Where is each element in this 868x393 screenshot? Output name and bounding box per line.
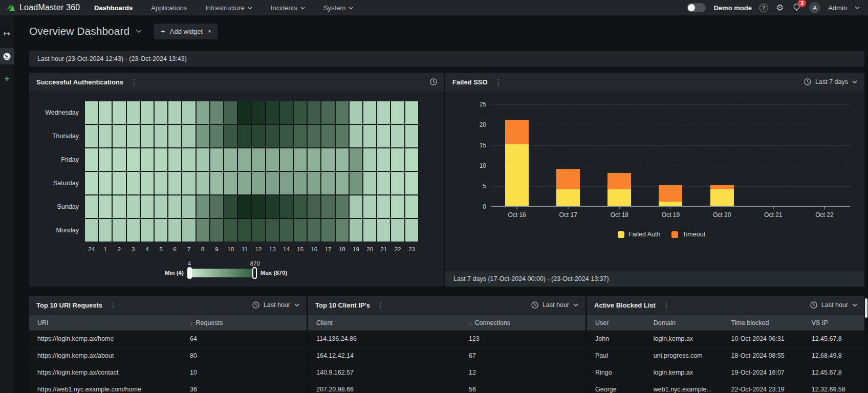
vertical-scrollbar-thumb[interactable] [865, 298, 867, 318]
heatmap-cell[interactable] [377, 219, 390, 242]
heatmap-cell[interactable] [210, 219, 224, 242]
heatmap-cell[interactable] [390, 148, 404, 171]
heatmap-cell[interactable] [266, 195, 279, 219]
heatmap-cell[interactable] [377, 124, 390, 148]
kebab-menu-icon[interactable]: ⋮ [495, 78, 502, 85]
heatmap-cell[interactable] [126, 195, 140, 219]
heatmap-cell[interactable] [182, 195, 196, 219]
slider-track[interactable] [189, 269, 255, 277]
heatmap-cell[interactable] [349, 124, 363, 148]
bar-segment-timeout[interactable] [659, 185, 682, 202]
heatmap-cell[interactable] [237, 124, 251, 148]
bar-segment-failed-auth[interactable] [556, 189, 580, 206]
heatmap-cell[interactable] [363, 171, 377, 195]
table-row[interactable]: https://login.kemp.ax/home64 [29, 330, 307, 347]
column-header-client[interactable]: Client [308, 319, 461, 326]
heatmap-cell[interactable] [321, 124, 335, 148]
heatmap-cell[interactable] [335, 219, 349, 242]
table-row[interactable]: Georgeweb1.nyc.example...22-Oct-2024 23:… [587, 381, 864, 393]
heatmap-cell[interactable] [321, 171, 335, 195]
heatmap-cell[interactable] [321, 101, 335, 124]
add-widget-button[interactable]: + Add widget ▾ [154, 24, 218, 39]
heatmap-cell[interactable] [349, 148, 363, 171]
table-row[interactable]: Pauluni.progress.com18-Oct-2024 08:5512.… [587, 347, 864, 364]
heatmap-cell[interactable] [321, 148, 335, 171]
heatmap-cell[interactable] [237, 219, 251, 242]
heatmap-cell[interactable] [126, 148, 140, 171]
heatmap-cell[interactable] [210, 148, 224, 171]
table-row[interactable]: 114.136.24.86123 [308, 330, 585, 347]
nav-item-applications[interactable]: Applications [151, 4, 187, 12]
widget-range-selector[interactable]: Last 7 days [804, 78, 857, 85]
heatmap-cell[interactable] [377, 148, 390, 171]
heatmap-cell[interactable] [112, 195, 126, 219]
chevron-down-icon[interactable] [855, 6, 860, 10]
heatmap-cell[interactable] [196, 148, 210, 171]
table-row[interactable]: https://login.kemp.ax/contact10 [29, 364, 307, 381]
slider-handle-min[interactable] [187, 267, 192, 279]
column-header-requests[interactable]: ↓Requests [182, 319, 307, 326]
table-row[interactable]: Ringologin.kemp.ax19-Oct-2024 16:0712.45… [587, 364, 864, 381]
heatmap-cell[interactable] [196, 195, 210, 219]
heatmap-cell[interactable] [182, 124, 196, 148]
slider-handle-max[interactable] [252, 267, 257, 279]
heatmap-cell[interactable] [307, 101, 321, 124]
heatmap-cell[interactable] [182, 101, 196, 124]
heatmap-cell[interactable] [293, 219, 307, 242]
demo-mode-toggle[interactable] [687, 3, 706, 12]
bar-segment-timeout[interactable] [607, 173, 631, 189]
heatmap-cell[interactable] [140, 171, 154, 195]
heatmap-cell[interactable] [224, 171, 237, 195]
heatmap-cell[interactable] [196, 219, 210, 242]
heatmap-cell[interactable] [224, 101, 237, 124]
heatmap-cell[interactable] [168, 124, 182, 148]
heatmap-cell[interactable] [98, 101, 112, 124]
heatmap-cell[interactable] [335, 195, 349, 219]
heatmap-cell[interactable] [84, 148, 98, 171]
heatmap-cell[interactable] [84, 195, 98, 219]
table-row[interactable]: 140.9.162.5712 [308, 364, 585, 381]
bar-segment-timeout[interactable] [556, 169, 580, 189]
heatmap-cell[interactable] [237, 101, 251, 124]
heatmap-cell[interactable] [154, 148, 168, 171]
bar-segment-timeout[interactable] [710, 185, 734, 189]
heatmap-cell[interactable] [98, 195, 112, 219]
heatmap-cell[interactable] [307, 219, 321, 242]
heatmap-cell[interactable] [210, 124, 224, 148]
heatmap-cell[interactable] [98, 171, 112, 195]
heatmap-cell[interactable] [237, 195, 251, 219]
brand[interactable]: LoadMaster 360 [6, 3, 87, 12]
heatmap-cell[interactable] [279, 219, 293, 242]
heatmap-cell[interactable] [266, 148, 279, 171]
heatmap-cell[interactable] [112, 101, 126, 124]
heatmap-cell[interactable] [168, 219, 182, 242]
heatmap-cell[interactable] [112, 171, 126, 195]
heatmap-cell[interactable] [224, 148, 237, 171]
heatmap-cell[interactable] [307, 148, 321, 171]
heatmap-cell[interactable] [182, 171, 196, 195]
heatmap-cell[interactable] [182, 219, 196, 242]
heatmap-cell[interactable] [377, 101, 390, 124]
heatmap-cell[interactable] [196, 124, 210, 148]
heatmap-cell[interactable] [182, 148, 196, 171]
column-header-user[interactable]: User [587, 319, 645, 326]
heatmap-cell[interactable] [266, 101, 279, 124]
heatmap-cell[interactable] [405, 219, 419, 242]
nav-item-incidents[interactable]: Incidents [271, 4, 305, 12]
heatmap-cell[interactable] [405, 171, 419, 195]
kebab-menu-icon[interactable]: ⋮ [110, 301, 117, 309]
heatmap-cell[interactable] [224, 195, 237, 219]
heatmap-cell[interactable] [126, 219, 140, 242]
kebab-menu-icon[interactable]: ⋮ [377, 301, 384, 309]
table-row[interactable]: Johnlogin.kemp.ax10-Oct-2024 06:3112.45.… [587, 330, 864, 347]
nav-item-infrastructure[interactable]: Infrastructure [205, 4, 252, 12]
heatmap-cell[interactable] [140, 101, 154, 124]
notifications-button[interactable]: 3 [791, 3, 801, 13]
heatmap-cell[interactable] [377, 195, 390, 219]
heatmap-cell[interactable] [335, 171, 349, 195]
column-header-domain[interactable]: Domain [645, 319, 723, 326]
heatmap-cell[interactable] [390, 219, 404, 242]
heatmap-cell[interactable] [84, 124, 98, 148]
widget-range-selector[interactable]: Last hour [252, 301, 299, 309]
heatmap-cell[interactable] [251, 148, 265, 171]
